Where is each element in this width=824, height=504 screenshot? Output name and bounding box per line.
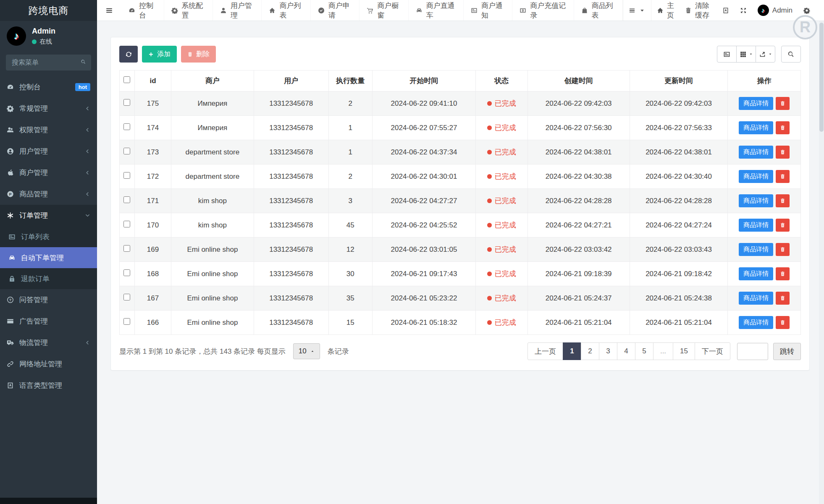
prev-page-button[interactable]: 上一页 (527, 342, 563, 360)
refresh-button[interactable] (119, 46, 138, 63)
product-detail-button[interactable]: 商品详情 (739, 170, 773, 183)
row-checkbox[interactable] (123, 196, 130, 203)
delete-row-button[interactable] (776, 243, 790, 256)
cell-user: 13312345678 (254, 116, 328, 140)
registered-watermark: R (793, 15, 817, 39)
topnav-right: 主页 清除缓存 ♪ Admin (623, 0, 824, 21)
row-checkbox[interactable] (123, 269, 130, 276)
row-checkbox[interactable] (123, 294, 130, 300)
status-dot-icon (487, 125, 492, 130)
topnav-tab[interactable]: 系统配置 (164, 0, 213, 21)
row-checkbox[interactable] (123, 221, 130, 227)
sidebar-toggle-button[interactable] (97, 0, 121, 21)
sidebar-item[interactable]: 问答管理 (0, 289, 97, 311)
topnav-tab-label: 商户直通车 (426, 1, 456, 20)
delete-row-button[interactable] (776, 316, 790, 329)
export-button[interactable] (756, 46, 775, 63)
delete-row-button[interactable] (776, 292, 790, 305)
delete-button[interactable]: 删除 (181, 46, 216, 63)
sidebar-item[interactable]: 广告管理 (0, 311, 97, 332)
topnav-tab[interactable]: 商户列表 (262, 0, 310, 21)
cell-status: 已完成 (476, 213, 527, 238)
delete-row-button[interactable] (776, 219, 790, 232)
page-number-button[interactable]: 5 (635, 342, 653, 360)
status-dot-icon (487, 272, 492, 276)
sidebar-item[interactable]: 物流管理 (0, 332, 97, 353)
product-detail-button[interactable]: 商品详情 (739, 243, 773, 256)
page-size-select[interactable]: 10 (293, 343, 320, 359)
page-number-button[interactable]: 2 (581, 342, 599, 360)
nav-menu-dropdown[interactable] (623, 0, 651, 21)
sidebar-item[interactable]: 用户管理 (0, 141, 97, 162)
sidebar-item[interactable]: 控制台hot (0, 76, 97, 98)
topnav-tab[interactable]: 商户橱窗 (360, 0, 408, 21)
topnav-tab[interactable]: 商户通知 (464, 0, 512, 21)
sidebar-item[interactable]: 自动下单管理 (0, 247, 97, 268)
row-checkbox[interactable] (123, 123, 130, 130)
cell-start-time: 2024-06-22 09:41:10 (372, 91, 476, 116)
select-all-checkbox[interactable] (123, 76, 130, 83)
columns-button[interactable] (736, 46, 756, 63)
sidebar-item[interactable]: 常规管理 (0, 98, 97, 119)
sidebar-search-input[interactable] (6, 55, 91, 71)
sidebar-item[interactable]: 权限管理 (0, 119, 97, 141)
nav-clear-cache-button[interactable]: 清除缓存 (680, 0, 717, 21)
jump-page-input[interactable] (737, 343, 768, 360)
product-detail-button[interactable]: 商品详情 (739, 267, 773, 280)
row-checkbox[interactable] (123, 99, 130, 106)
row-checkbox[interactable] (123, 148, 130, 154)
sidebar-item[interactable]: 商品管理 (0, 183, 97, 205)
delete-row-button[interactable] (776, 97, 790, 110)
sidebar-item[interactable]: 网络地址管理 (0, 353, 97, 375)
cell-user: 13312345678 (254, 189, 328, 213)
row-checkbox[interactable] (123, 172, 130, 179)
delete-row-button[interactable] (776, 121, 790, 134)
apple-icon (7, 169, 14, 176)
status-dot-icon (487, 320, 492, 325)
topnav-tab[interactable]: 商品列表 (574, 0, 623, 21)
sidebar-item[interactable]: 商户管理 (0, 162, 97, 183)
pagination-info-suffix: 条记录 (328, 347, 349, 356)
page-number-button[interactable]: 4 (617, 342, 635, 360)
nav-fullscreen-button[interactable] (735, 0, 752, 21)
nav-home-button[interactable]: 主页 (651, 0, 680, 21)
nav-language-button[interactable] (717, 0, 735, 21)
topnav-tab[interactable]: 商户直通车 (409, 0, 464, 21)
sidebar-item[interactable]: 订单管理 (0, 205, 97, 226)
table-search-button[interactable] (781, 46, 801, 63)
page-number-button[interactable]: 15 (673, 342, 695, 360)
refresh-icon (125, 51, 132, 58)
sidebar-item[interactable]: 订单列表 (0, 226, 97, 247)
row-checkbox[interactable] (123, 245, 130, 252)
product-detail-button[interactable]: 商品详情 (739, 316, 773, 329)
topnav-tab[interactable]: 商户申请 (311, 0, 360, 21)
page-number-button[interactable]: 3 (599, 342, 617, 360)
scrollbar-track[interactable] (819, 21, 824, 504)
topnav-tab[interactable]: 商户充值记录 (512, 0, 574, 21)
row-checkbox[interactable] (123, 318, 130, 325)
product-detail-button[interactable]: 商品详情 (739, 121, 773, 134)
jump-button[interactable]: 跳转 (773, 343, 801, 360)
product-detail-button[interactable]: 商品详情 (739, 219, 773, 232)
product-detail-button[interactable]: 商品详情 (739, 97, 773, 110)
product-detail-button[interactable]: 商品详情 (739, 194, 773, 207)
status-label: 已完成 (495, 124, 516, 132)
delete-row-button[interactable] (776, 267, 790, 280)
nav-user-menu[interactable]: ♪ Admin (752, 0, 798, 21)
page-number-button[interactable]: 1 (563, 342, 581, 360)
topnav-tab[interactable]: 用户管理 (213, 0, 262, 21)
topnav-tab[interactable]: 控制台 (121, 0, 164, 21)
delete-row-button[interactable] (776, 170, 790, 183)
sidebar-item[interactable]: 退款订单 (0, 268, 97, 289)
product-detail-button[interactable]: 商品详情 (739, 146, 773, 159)
avatar: ♪ (7, 26, 26, 46)
product-detail-button[interactable]: 商品详情 (739, 292, 773, 305)
delete-row-button[interactable] (776, 146, 790, 159)
scrollbar-thumb[interactable] (819, 23, 824, 132)
sidebar-item[interactable]: 语言类型管理 (0, 375, 97, 396)
detail-view-button[interactable] (717, 46, 737, 63)
table-row: 172department store1331234567822024-06-2… (120, 165, 801, 189)
delete-row-button[interactable] (776, 194, 790, 207)
next-page-button[interactable]: 下一页 (695, 342, 730, 360)
add-button[interactable]: 添加 (142, 46, 177, 63)
